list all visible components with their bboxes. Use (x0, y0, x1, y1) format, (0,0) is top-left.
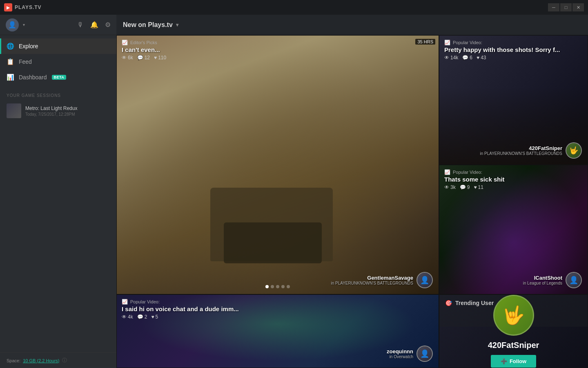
sidebar-item-feed[interactable]: 📋 Feed (0, 54, 116, 70)
featured-views: 👁 6k (122, 55, 133, 61)
featured-video-card[interactable]: 📈 Editor's Picks I can't even... 👁 6k 💬 … (116, 35, 439, 294)
bell-icon[interactable]: 🔔 (90, 21, 98, 29)
trending-icon-bm: 📈 (122, 299, 128, 305)
sidebar-item-feed-label: Feed (19, 58, 32, 65)
tr-avatar-placeholder: 🤟 (566, 143, 581, 158)
game-session-info: Metro: Last Light Redux Today, 7/25/2017… (25, 105, 110, 117)
user-chevron-icon[interactable]: ▾ (23, 22, 25, 27)
sidebar-item-explore-label: Explore (19, 43, 38, 49)
trending-username: 420FatSniper (488, 341, 539, 350)
bottom-middle-game: in Overwatch (387, 355, 413, 359)
top-right-user-info: 420FatSniper in PLAYERUNKNOWN'S BATTLEGR… (480, 142, 582, 159)
gear-icon[interactable]: ⚙ (105, 21, 111, 29)
tr-comments: 💬 6 (462, 55, 472, 61)
top-right-video-card[interactable]: 📈 Popular Video: Pretty happy with those… (439, 35, 588, 165)
bottom-left-game: in League of Legends (523, 281, 562, 285)
bottom-left-video-card[interactable]: 📈 Popular Video: Thats some sick shit 👁 … (439, 165, 588, 294)
avatar[interactable]: 👤 (6, 18, 19, 31)
logo-icon: ▶ (4, 3, 12, 11)
bl-comments: 💬 9 (460, 184, 470, 190)
explore-icon: 🌐 (7, 43, 14, 50)
bottom-left-username: ICantShoot (523, 275, 562, 281)
sidebar-item-explore[interactable]: 🌐 Explore (0, 38, 116, 54)
feed-dropdown-label: New on Plays.tv (123, 21, 173, 29)
sidebar-item-dashboard[interactable]: 📊 Dashboard BETA (0, 70, 116, 85)
chevron-down-icon: ▾ (176, 22, 178, 28)
featured-likes: ♥ 110 (154, 55, 166, 61)
trending-icon: 📈 (122, 40, 128, 45)
bottom-middle-user-avatar: 👤 (416, 346, 433, 362)
trending-icon-bl: 📈 (444, 169, 450, 175)
bl-likes: ♥ 11 (474, 184, 483, 190)
top-right-category: 📈 Popular Video: (444, 40, 583, 45)
dot-5[interactable] (287, 285, 290, 288)
window-controls: ─ □ ✕ (548, 3, 584, 11)
close-button[interactable]: ✕ (572, 3, 584, 11)
featured-comments: 💬 12 (137, 55, 150, 61)
featured-stats: 👁 6k 💬 12 ♥ 110 (122, 55, 434, 61)
bottom-left-user-avatar: 👤 (566, 272, 582, 288)
top-right-stats: 👁 14k 💬 6 ♥ 43 (444, 55, 583, 61)
top-right-user-avatar: 🤟 (566, 142, 582, 159)
dot-1[interactable] (265, 285, 269, 288)
beta-badge: BETA (52, 75, 67, 80)
featured-category: 📈 Editor's Picks (122, 40, 434, 45)
sidebar-nav: 🌐 Explore 📋 Feed 📊 Dashboard BETA (0, 35, 116, 88)
space-value[interactable]: 10 GB (2.2 Hours) (23, 358, 59, 363)
bottom-left-category: 📈 Popular Video: (444, 169, 583, 175)
top-right-username: 420FatSniper (480, 145, 562, 151)
bottom-left-user-info: ICantShoot in League of Legends 👤 (523, 272, 582, 288)
trending-user-card[interactable]: 🎯 Trending User 🤟 420FatSniper ➕ Follow (439, 294, 588, 368)
bottom-middle-stats: 👁 4k 💬 2 ♥ 5 (122, 314, 434, 320)
top-right-game: in PLAYERUNKNOWN'S BATTLEGROUNDS (480, 151, 562, 156)
content-grid: 📈 Editor's Picks I can't even... 👁 6k 💬 … (116, 35, 588, 368)
game-thumb (7, 103, 21, 118)
minimize-button[interactable]: ─ (548, 3, 559, 11)
bm-likes: ♥ 5 (151, 314, 158, 320)
trending-info-top: 🎯 Trending User (445, 300, 494, 306)
featured-avatar-placeholder: 👤 (417, 273, 432, 287)
bm-views: 👁 4k (122, 314, 133, 320)
bottom-middle-username: zoequinnn (387, 348, 413, 355)
sidebar-footer: Space: 10 GB (2.2 Hours) ⓘ (0, 352, 116, 368)
bl-views: 👁 3k (444, 184, 456, 190)
bm-comments: 💬 2 (137, 314, 147, 320)
trending-user-avatar-large: 🤟 (493, 295, 534, 336)
featured-user-text: GentlemanSavage in PLAYERUNKNOWN'S BATTL… (331, 275, 413, 285)
bottom-middle-card-info: 📈 Popular Video: I said hi on voice chat… (122, 299, 434, 320)
maximize-button[interactable]: □ (560, 3, 572, 11)
bottom-middle-video-card[interactable]: 📈 Popular Video: I said hi on voice chat… (116, 294, 439, 368)
dot-4[interactable] (281, 285, 285, 288)
bl-avatar-placeholder: 👤 (566, 273, 581, 287)
bottom-left-stats: 👁 3k 💬 9 ♥ 11 (444, 184, 583, 190)
sidebar: 👤 ▾ 🎙 🔔 ⚙ 🌐 Explore 📋 Feed 📊 Dashboard B… (0, 15, 116, 368)
main-header: New on Plays.tv ▾ (116, 15, 588, 35)
info-icon[interactable]: ⓘ (62, 357, 67, 364)
featured-game: in PLAYERUNKNOWN'S BATTLEGROUNDS (331, 281, 413, 285)
top-right-card-info: 📈 Popular Video: Pretty happy with those… (444, 40, 583, 61)
game-sessions-title: YOUR GAME SESSIONS (0, 88, 116, 100)
app-title: PLAYS.TV (15, 4, 42, 10)
tr-views: 👁 14k (444, 55, 458, 61)
feed-dropdown[interactable]: New on Plays.tv ▾ (123, 21, 178, 29)
sidebar-header-icons: 🎙 🔔 ⚙ (77, 21, 111, 29)
featured-duration: 35 HRS (415, 39, 435, 45)
bottom-left-card-info: 📈 Popular Video: Thats some sick shit 👁 … (444, 169, 583, 190)
title-bar: ▶ PLAYS.TV ─ □ ✕ (0, 0, 588, 15)
sidebar-item-dashboard-label: Dashboard (19, 74, 47, 81)
featured-thumbnail (117, 36, 439, 294)
game-thumb-image (7, 103, 21, 118)
bottom-left-user-text: ICantShoot in League of Legends (523, 275, 562, 285)
microphone-icon[interactable]: 🎙 (77, 21, 84, 29)
featured-title: I can't even... (122, 46, 434, 53)
dot-3[interactable] (276, 285, 279, 288)
dot-2[interactable] (271, 285, 274, 288)
follow-button[interactable]: ➕ Follow (491, 355, 536, 368)
game-session-item[interactable]: Metro: Last Light Redux Today, 7/25/2017… (0, 100, 116, 121)
top-right-title: Pretty happy with those shots! Sorry f..… (444, 46, 583, 53)
bottom-middle-user-info: zoequinnn in Overwatch 👤 (387, 346, 433, 362)
trending-user-icon: 🎯 (445, 300, 452, 306)
tr-likes: ♥ 43 (477, 55, 486, 61)
trending-icon-tr: 📈 (444, 40, 450, 45)
featured-card-info: 📈 Editor's Picks I can't even... 👁 6k 💬 … (122, 40, 434, 61)
